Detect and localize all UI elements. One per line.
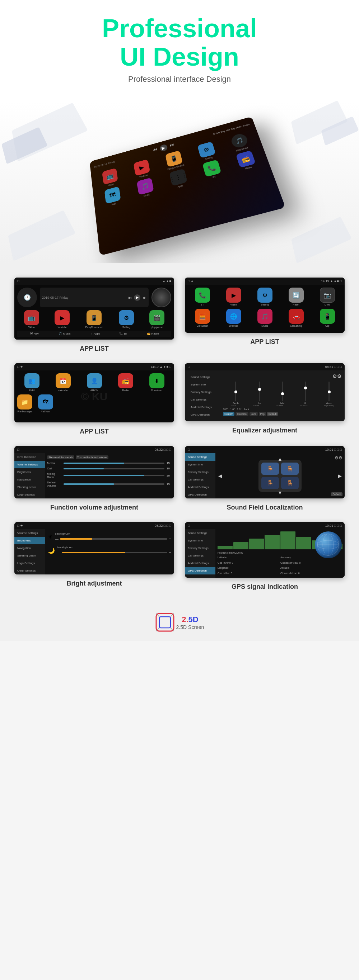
app-video: 📺 [24,310,39,325]
btn-silence[interactable]: Silence all the sounds [47,455,74,459]
gps-item-factory[interactable]: Factory Settings [185,544,215,552]
app-row-2-1: 📞BT ▶Video ⚙Setting 🔄Reset 📷DVR [188,288,342,306]
moon-icon: 🌙 [48,547,55,554]
sf-item-sysinfo[interactable]: System Info [185,461,215,468]
car-diagram: 🪑 🪑 🪑 🪑 [258,460,302,492]
feature-volume: □ 08:32 □ □ □ GPS Detection Volume Setti… [14,446,174,511]
br-item-brightness[interactable]: Brightness [14,537,45,544]
vol-item-logo[interactable]: Logo Settings [14,491,45,498]
eq-label-mid: Mid [280,402,284,404]
eq-settings-icon: ⚙⚙ [332,373,342,379]
backlight-on-slider[interactable] [62,552,167,553]
br-item-logo[interactable]: Logo Settings [14,559,45,567]
app-list-content-1: 🕐 2019-05-17 Friday ⏮ ▶ ⏭ 📺Video [14,285,174,340]
eq-item-android[interactable]: Android Settings [188,403,220,411]
eq-item-gps[interactable]: GPS Detection [188,411,220,418]
feature-brightness: □ ★ 08:32 □ □ □ Volume Settings Brightne… [14,522,174,590]
eq-label-subb: Subb [233,402,238,404]
vol-item-nav[interactable]: Navigation [14,476,45,484]
vol-slider-media[interactable] [64,463,164,464]
gps-item-sound[interactable]: Sound Settings [185,529,215,537]
br-item-steering[interactable]: Steering Learn [14,552,45,559]
vol-item-steering[interactable]: Steering Learn [14,484,45,491]
feature-sound-field: □ 10:01 □ □ □ Sound Settings System Info… [185,446,345,511]
btn-default-vol[interactable]: Turn on the default volume [76,455,108,459]
sf-item-car[interactable]: Car Settings [185,476,215,484]
app-setting: ⚙ [119,310,134,325]
app-carsetting: 🚗 [289,309,304,324]
backlight-off-slider[interactable] [60,538,167,540]
eq-bars-row: Subb Lo [223,381,342,404]
gps-item-android[interactable]: Android Settings [185,559,215,567]
eq-band-subb: Subb [233,382,238,404]
sf-icon: ⚙⚙ [335,455,343,460]
app-browser: 🌐 [226,309,241,324]
vol-item-brightness[interactable]: Brightness [14,468,45,476]
eq-item-sysinfo[interactable]: System Info [188,381,220,388]
sf-item-android[interactable]: Android Settings [185,484,215,491]
preset-jazz[interactable]: Jazz [249,412,257,416]
eq-layout: Sound Settings System Info Factory Setti… [188,373,342,418]
sf-item-gps[interactable]: GPS Detection [185,491,215,498]
vol-item-gps[interactable]: GPS Detection [14,453,45,461]
app-youtube: ▶ [54,310,70,325]
sf-item-sound[interactable]: Sound Settings [185,453,215,461]
preset-custom[interactable]: Custom [223,412,235,416]
eq-item-factory[interactable]: Factory Settings [188,388,220,396]
vol-slider-call[interactable] [64,468,164,469]
nav-apps: ⋮Apps [90,332,100,335]
next-icon: ⏭ [169,142,175,149]
vol-slider-mixing[interactable] [64,475,164,476]
gps-item-sysinfo[interactable]: System Info [185,537,215,544]
eq-track-2 [259,382,260,401]
app-play: 🎬 [149,310,164,325]
preset-classical[interactable]: Classical [236,412,249,416]
eq-handle-1 [235,390,237,393]
br-item-nav[interactable]: Navigation [14,544,45,552]
gps-globe [315,531,342,558]
sf-arrow-left[interactable]: ◀ [218,473,222,479]
vol-slider-default[interactable] [64,484,164,485]
br-item-volume[interactable]: Volume Settings [14,529,45,537]
seat-rr: 🪑 [281,477,299,489]
iso-app-icon-setting: ⚙ [197,141,216,158]
feature-label-4: Equalizer adjustment [232,427,297,434]
gps-item-gps[interactable]: GPS Detection [185,567,215,574]
clock-widget: 🕐 [17,288,37,307]
iso-app-icon-navi: 🗺 [104,186,121,204]
bg-tile-4 [8,210,76,261]
feature-label-1: APP LIST [80,345,109,353]
nav-bt: 📞BT [119,332,128,335]
app-auxin: 👤 [87,373,102,388]
vol-item-volume[interactable]: Volume Settings [14,461,45,468]
brightness-layout: Volume Settings Brightness Navigation St… [14,529,174,574]
sf-arrow-up[interactable]: ▲ [278,456,282,462]
sf-arrow-right[interactable]: ▶ [338,473,342,479]
badge-icon-area: 2.5D 2.5D Screen [155,612,204,632]
top-row-1: 🕐 2019-05-17 Friday ⏮ ▶ ⏭ [17,288,171,307]
app-filemanager: 📁 [17,395,32,409]
app-list-content-2: 📞BT ▶Video ⚙Setting 🔄Reset 📷DVR 🧮Calcula… [185,285,345,333]
eq-item-sound[interactable]: Sound Settings [188,373,220,381]
app-calendar: 📅 [56,373,71,388]
gps-sidebar: Sound Settings System Info Factory Setti… [185,529,215,578]
app-list-screen-3: □ ★ 14:19 ▲ ● ■ □ 👥AVIN 📅calendar 👤AUXIN… [14,363,174,422]
preset-default[interactable]: Default [267,412,278,416]
hero-subtitle: Professional interface Design [7,75,352,84]
sf-arrow-down[interactable]: ▼ [278,490,282,496]
backlight-on-controls: backlight.on — + [57,546,171,555]
eq-item-car[interactable]: Car Settings [188,396,220,403]
eq-track-1 [235,382,236,401]
backlight-on-slider-row: — + [57,550,171,555]
app-radio3: 📻 [118,373,133,388]
app-calc: 🧮 [195,309,210,324]
preset-pop[interactable]: Pop [259,412,266,416]
screen-date: 2019-05-17 Friday [94,160,115,168]
br-item-other[interactable]: Other Settings [14,567,45,574]
hero-header: Professional UI Design Professional inte… [0,0,359,102]
sf-default-btn[interactable]: Default [331,492,343,496]
gps-item-car[interactable]: Car Settings [185,552,215,559]
eq-handle-4 [304,387,307,390]
sf-item-factory[interactable]: Factory Settings [185,468,215,476]
hero-title: Professional UI Design [7,14,352,71]
